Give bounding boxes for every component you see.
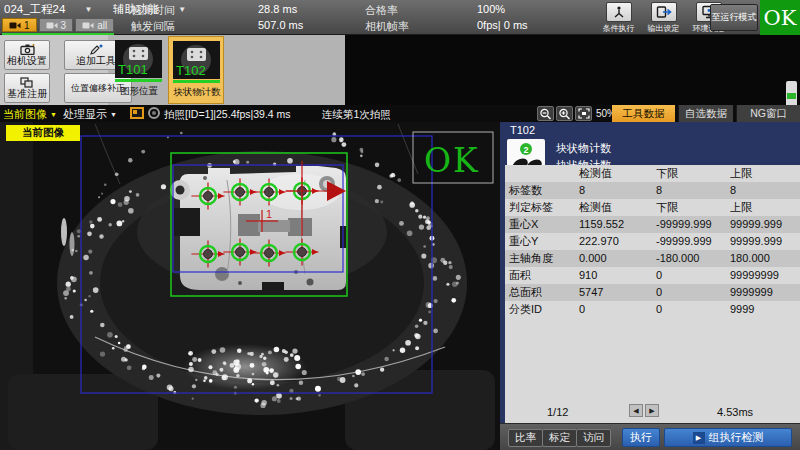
image-source-label: 当前图像 bbox=[3, 108, 47, 120]
zoom-out-button[interactable] bbox=[537, 106, 554, 121]
ratio-button[interactable]: 比率 bbox=[508, 429, 543, 447]
column-header: 上限 bbox=[726, 165, 800, 182]
tool-ok-bar bbox=[115, 79, 162, 82]
camera-1-button[interactable]: 1 bbox=[2, 18, 37, 32]
stat-label: 相机帧率 bbox=[365, 19, 409, 34]
project-title: 024_工程24 bbox=[4, 3, 65, 15]
panel-lower-area: 1/12 ◀ ▶ 4.53ms bbox=[505, 318, 800, 423]
stat-value: 28.8 ms bbox=[258, 3, 297, 15]
column-header: 下限 bbox=[652, 165, 726, 182]
table-row: 主轴角度0.000-180.000180.000 bbox=[505, 250, 800, 267]
inspection-result-text: OK bbox=[424, 141, 480, 180]
stat-value: 507.0 ms bbox=[258, 19, 303, 31]
prev-page-button[interactable]: ◀ bbox=[629, 404, 643, 417]
table-row: 标签数888 bbox=[505, 182, 800, 199]
table-row: 面积910099999999 bbox=[505, 267, 800, 284]
table-row: 判定标签检测值下限上限 bbox=[505, 199, 800, 216]
calibrate-button[interactable]: 标定 bbox=[542, 429, 577, 447]
execute-button[interactable]: 执行 bbox=[622, 428, 660, 447]
tool-thumbnail-t101[interactable]: T101 图形位置 bbox=[111, 36, 167, 104]
tab-label: 自选数据 bbox=[685, 107, 727, 121]
tool-thumbnail-t102[interactable]: T102 块状物计数 bbox=[168, 36, 224, 104]
blob-count-badge: 2 bbox=[523, 145, 528, 155]
sub-toolbar: 相机设置 基准注册 追加工具 位置偏移补正 T101 图形位置 bbox=[0, 35, 800, 105]
capture-status: 连续第1次拍照 bbox=[322, 108, 391, 122]
camera-image: 1 OK bbox=[0, 122, 500, 450]
table-row: 重心Y222.970-99999.99999999.999 bbox=[505, 233, 800, 250]
top-header-bar: 024_工程24 ▼ 辅助功能 ▼ 1 3 all 检测时间 触发间隔 28.8… bbox=[0, 0, 800, 35]
camera-button-label: all bbox=[97, 20, 107, 31]
play-icon: ▶ bbox=[693, 432, 705, 444]
chevron-down-icon: ▼ bbox=[85, 5, 93, 14]
condition-execute-icon bbox=[611, 5, 627, 19]
tool-id-text: T102 bbox=[176, 63, 206, 78]
camera-all-button[interactable]: all bbox=[75, 18, 114, 32]
camera-3-button[interactable]: 3 bbox=[39, 18, 74, 32]
camera-settings-label: 相机设置 bbox=[7, 56, 47, 66]
reference-register-button[interactable]: 基准注册 bbox=[4, 73, 50, 103]
panel-tool-type: 块状物计数 bbox=[556, 141, 611, 156]
tool-thumbnail-image: T102 bbox=[173, 41, 220, 79]
camera-viewport[interactable]: 1 OK 当前图像 bbox=[0, 122, 500, 450]
header-tool-label: 输出设定 bbox=[648, 23, 680, 34]
camera-icon bbox=[46, 21, 58, 30]
execute-label: 执行 bbox=[630, 430, 652, 445]
region-number: 1 bbox=[266, 208, 272, 220]
next-page-button[interactable]: ▶ bbox=[645, 404, 659, 417]
tab-ng-window[interactable]: NG窗口 bbox=[736, 105, 800, 122]
page-indicator: 1/12 bbox=[547, 406, 568, 418]
capture-info: 拍照[ID=1]|25.4fps|39.4 ms bbox=[164, 108, 291, 122]
image-source-dropdown[interactable]: 当前图像 ▼ bbox=[3, 107, 57, 122]
fit-screen-icon bbox=[578, 108, 590, 119]
global-status-badge: OK bbox=[760, 0, 800, 35]
camera-selector: 1 3 all bbox=[2, 18, 114, 32]
viewer-toolbar: 当前图像 ▼ 处理显示 ▼ 拍照[ID=1]|25.4fps|39.4 ms 连… bbox=[0, 105, 800, 122]
stat-value: 100% bbox=[477, 3, 505, 15]
stat-label: 触发间隔 bbox=[131, 19, 175, 34]
stat-label: 检测时间 bbox=[131, 3, 175, 18]
tab-label: NG窗口 bbox=[750, 107, 787, 121]
reference-register-icon bbox=[20, 77, 34, 88]
chevron-down-icon: ▼ bbox=[50, 111, 57, 118]
tab-custom-data[interactable]: 自选数据 bbox=[678, 105, 733, 122]
tool-id-text: T101 bbox=[118, 62, 148, 77]
tool-thumbnail-label: 块状物计数 bbox=[169, 86, 225, 99]
group-execute-button[interactable]: ▶ 组执行检测 bbox=[664, 428, 792, 447]
camera-icon bbox=[9, 21, 21, 30]
tool-button-area: 相机设置 基准注册 追加工具 位置偏移补正 T101 图形位置 bbox=[0, 35, 345, 105]
measurement-table: 检测值 下限 上限 标签数888 判定标签检测值下限上限 重心X1159.552… bbox=[505, 165, 800, 318]
camera-icon bbox=[82, 21, 94, 30]
table-header-row: 检测值 下限 上限 bbox=[505, 165, 800, 182]
tab-tool-data[interactable]: 工具数据 bbox=[612, 105, 675, 122]
run-mode-button[interactable]: 至运行模式 bbox=[710, 4, 758, 31]
display-mode-label: 处理显示 bbox=[63, 108, 107, 120]
tab-label: 工具数据 bbox=[623, 107, 665, 121]
condition-execute-button[interactable]: 条件执行 bbox=[596, 2, 641, 34]
output-settings-icon bbox=[656, 5, 672, 19]
tool-data-panel: T102 2 块状物计数 块状物计数 检测值 下限 上限 标签数888 判定标签… bbox=[500, 122, 800, 450]
zoom-out-icon bbox=[539, 108, 552, 120]
capture-icon[interactable] bbox=[148, 107, 160, 119]
output-settings-button[interactable]: 输出设定 bbox=[641, 2, 686, 34]
stat-label: 合格率 bbox=[365, 3, 398, 18]
process-time: 4.53ms bbox=[717, 406, 753, 418]
table-row: 总面积574709999999 bbox=[505, 284, 800, 301]
column-header: 检测值 bbox=[575, 165, 652, 182]
camera-settings-icon bbox=[20, 44, 35, 55]
table-row: 分类ID009999 bbox=[505, 301, 800, 318]
reference-register-label: 基准注册 bbox=[7, 89, 47, 99]
zoom-in-button[interactable] bbox=[556, 106, 573, 121]
camera-settings-button[interactable]: 相机设置 bbox=[4, 40, 50, 70]
fit-screen-button[interactable] bbox=[575, 106, 592, 121]
tool-thumbnail-label: 图形位置 bbox=[111, 85, 167, 98]
add-tool-icon bbox=[89, 44, 103, 55]
panel-tool-id: T102 bbox=[510, 124, 535, 136]
region-select-icon[interactable] bbox=[130, 107, 144, 119]
zoom-in-icon bbox=[558, 108, 571, 120]
project-menu[interactable]: 024_工程24 ▼ bbox=[4, 2, 93, 17]
tool-thumbnail-image: T101 bbox=[115, 40, 162, 78]
panel-footer-bar: 比率 标定 访问 执行 ▶ 组执行检测 bbox=[500, 423, 800, 450]
camera-button-label: 3 bbox=[61, 20, 67, 31]
access-button[interactable]: 访问 bbox=[576, 429, 611, 447]
display-mode-dropdown[interactable]: 处理显示 ▼ bbox=[63, 107, 117, 122]
